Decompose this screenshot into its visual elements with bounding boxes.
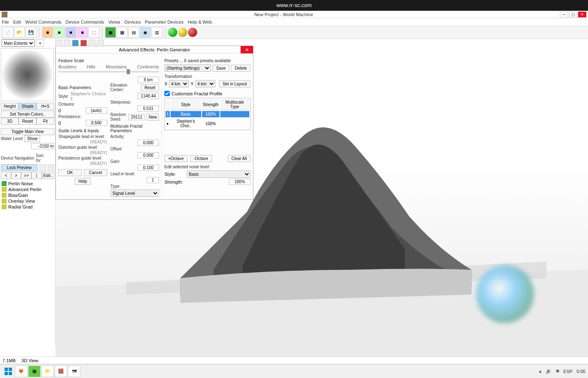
activity-input[interactable] [137,140,159,146]
clear-all-button[interactable]: Clear All [228,155,251,162]
toolbar-btn-4-icon[interactable]: ■ [42,27,53,38]
tree-item-advanced-perlin[interactable]: Advanced Perlin [1,187,54,192]
toolbar-btn-7-icon[interactable]: ■ [77,27,88,38]
tree-item-perlin-noise[interactable]: Perlin Noise [1,181,54,187]
toolbar-btn-8-icon[interactable]: ⬚ [89,27,99,38]
toolbar-btn-13-icon[interactable]: ▥ [152,27,162,38]
sort-icon-2[interactable] [48,165,54,171]
menu-device-commands[interactable]: Device Commands [66,19,104,24]
view-tab-6[interactable] [97,40,104,46]
nav-next-button[interactable]: > [11,172,22,179]
toolbar-btn-9-icon[interactable]: ▣ [105,27,116,38]
toolbar-btn-11-icon[interactable]: ▤ [128,27,139,38]
toggle-main-view-button[interactable]: Toggle Main View [1,128,54,135]
view-tab-1[interactable] [55,40,62,46]
presets-save-button[interactable]: Save [212,65,229,72]
task-firefox[interactable]: 🦊 [15,366,27,377]
window-maximize-button[interactable]: ▢ [569,12,577,17]
toolbar-build-red-icon[interactable] [188,28,197,37]
octaves-auto-input[interactable] [86,107,107,114]
feature-scale-input[interactable] [137,77,159,83]
seed-new-button[interactable]: New [147,114,159,121]
toolbar-btn-10-icon[interactable]: ▦ [117,27,128,38]
toolbar-btn-12-icon[interactable]: ◉ [140,27,151,38]
menu-parameter-devices[interactable]: Parameter Devices [145,19,184,24]
tree-item-bias-gain[interactable]: Bias/Gain [1,192,54,198]
menu-help-web[interactable]: Help & Web [188,19,212,24]
view-reset-button[interactable]: Reset [19,118,36,125]
task-notes[interactable]: ▦ [28,366,41,377]
nav-last-button[interactable]: >> [21,172,31,179]
elevation-value-input[interactable] [137,93,159,99]
noise-style-select[interactable]: Basic [187,170,251,178]
menu-edit[interactable]: Edit [13,19,21,24]
water-level-input[interactable] [31,143,54,149]
leadin-input[interactable] [147,177,159,183]
type-select[interactable]: Signal Level [111,189,159,197]
elevation-reset-button[interactable]: Reset [141,84,159,91]
fractal-row-1[interactable]: 1Basic100% [166,111,249,117]
water-show-button[interactable]: Show [24,135,40,142]
toolbar-build-yellow-icon[interactable] [178,28,187,37]
nav-end-button[interactable]: | [31,172,42,179]
tree-item-radial-grad[interactable]: Radial Grad [1,204,54,210]
customize-fractal-checkbox[interactable]: Customize Fractal Profile [164,91,251,96]
add-octave-button[interactable]: +Octave [164,155,188,162]
toolbar-save-icon[interactable]: 💾 [26,27,36,38]
persistence-input[interactable] [86,120,107,126]
gain-input[interactable] [137,165,159,171]
shade-shade-button[interactable]: Shade [19,103,36,110]
toolbar-new-icon[interactable]: 📄 [2,27,13,38]
window-minimize-button[interactable]: — [560,12,568,17]
transform-x-select[interactable]: 4 km [169,80,189,87]
nav-prev-button[interactable]: < [1,172,11,179]
task-app[interactable]: 🟫 [55,366,67,377]
tray-volume-icon[interactable]: 🔊 [546,368,552,374]
shade-hs-button[interactable]: H+S [36,103,54,110]
shade-height-button[interactable]: Height [1,103,19,110]
presets-delete-button[interactable]: Delete [231,65,251,72]
tree-item-overlay-view[interactable]: Overlay View [1,198,54,204]
view-tab-4[interactable] [80,40,87,46]
start-button[interactable] [2,366,14,377]
task-world-machine[interactable]: 🗺 [68,366,80,377]
remove-octave-button[interactable]: -Octave [190,155,212,162]
main-extents-select[interactable]: Main Extents [2,39,35,47]
dialog-ok-button[interactable]: OK [58,169,82,176]
noise-strength-input[interactable] [229,179,251,185]
seed-input[interactable] [128,114,145,120]
toolbar-build-green-icon[interactable] [168,28,177,37]
tray-language[interactable]: ESP [564,369,573,374]
toolbar-btn-5-icon[interactable]: ■ [54,27,65,38]
view-tab-2[interactable] [64,40,70,46]
sort-icon-1[interactable] [39,165,46,171]
presets-select[interactable]: (Starting Settings) [164,64,211,72]
fractal-row-2[interactable]: ▾Stephen's Choi..100% [166,118,249,129]
extents-btn-icon[interactable]: + [36,39,44,47]
set-in-layout-button[interactable]: Set in Layout [219,80,251,87]
menu-world-commands[interactable]: World Commands [25,19,62,24]
nav-edit-button[interactable]: Edit.. [42,172,54,179]
dialog-cancel-button[interactable]: Cancel [84,169,107,176]
menu-file[interactable]: File [2,19,9,24]
tray-network-icon[interactable]: ❋ [556,368,559,374]
toolbar-open-icon[interactable]: 📂 [14,27,25,38]
view-fit-button[interactable]: Fit [36,118,54,125]
lock-preview-button[interactable]: Lock Preview [1,164,38,171]
view-tab-5[interactable] [89,40,95,46]
set-terrain-colors-button[interactable]: Set Terrain Colors.. [1,111,54,118]
offset-input[interactable] [137,152,159,158]
dialog-help-button[interactable]: Help [75,178,91,185]
view-tab-3[interactable] [72,40,79,46]
tray-clock[interactable]: 0:06 [577,369,586,374]
menu-views[interactable]: Views [108,19,120,24]
window-close-button[interactable]: ✕ [578,12,586,17]
transform-y-select[interactable]: 4 km [195,80,215,87]
tray-up-icon[interactable]: ▴ [539,368,542,374]
task-explorer[interactable]: 📁 [41,366,54,377]
feature-scale-slider[interactable] [58,71,159,73]
steepness-input[interactable] [137,105,159,111]
menu-devices[interactable]: Devices [125,19,141,24]
toolbar-btn-6-icon[interactable]: ■ [65,27,76,38]
view-3d-button[interactable]: 3D [1,118,19,125]
